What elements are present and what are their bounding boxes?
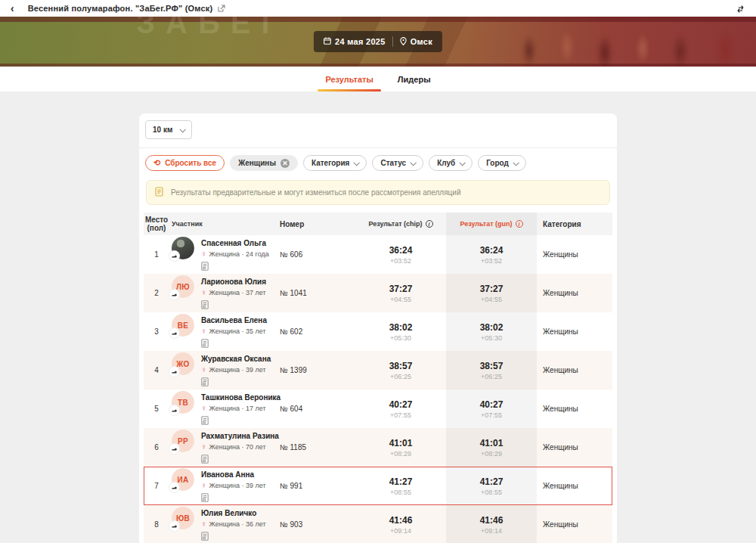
distance-select[interactable]: 10 км: [145, 120, 192, 139]
sneaker-badge-icon: [169, 521, 179, 531]
back-button[interactable]: ‹: [11, 3, 14, 14]
table-row[interactable]: 3 ВЕ Васильева Елена ♀ Женщина · 35 лет …: [144, 312, 612, 351]
participant-name[interactable]: Ташкинова Вероника: [201, 393, 280, 402]
participant-cell: ИА Иванова Анна ♀ Женщина · 39 лет: [169, 467, 280, 505]
results-card-icon[interactable]: [201, 453, 279, 467]
place-cell: 5: [144, 405, 169, 413]
participant-name[interactable]: Спасенная Ольга: [201, 239, 269, 247]
results-card-icon[interactable]: [201, 299, 266, 312]
tab-bar: Результаты Лидеры: [0, 67, 756, 92]
place-cell: 3: [144, 327, 169, 336]
filter-city[interactable]: Город: [478, 155, 526, 171]
avatar[interactable]: [172, 237, 194, 259]
participant-cell: Спасенная Ольга ♀ Женщина · 24 года: [169, 235, 280, 274]
avatar-initials: ТВ: [178, 399, 188, 407]
table-row[interactable]: 7 ИА Иванова Анна ♀ Женщина · 39 лет № 9…: [144, 467, 612, 505]
table-row[interactable]: 4 ЖО Журавская Оксана ♀ Женщина · 39 лет…: [144, 351, 612, 389]
runners-photo: [507, 17, 756, 67]
avatar-initials: ЮВ: [176, 514, 190, 523]
participant-cell: ЛЮ Ларионова Юлия ♀ Женщина · 37 лет: [169, 274, 280, 312]
header-chip-result: Результат (chip)i: [355, 220, 446, 228]
sneaker-badge-icon: [169, 251, 179, 261]
participant-cell: ВЕ Васильева Елена ♀ Женщина · 35 лет: [169, 312, 280, 351]
participant-name[interactable]: Иванова Анна: [201, 470, 266, 479]
female-icon: ♀: [201, 481, 207, 489]
distance-row: 10 км: [139, 113, 617, 147]
table-row[interactable]: 6 РР Рахматулина Разина ♀ Женщина · 70 л…: [144, 428, 612, 467]
participant-meta: ♀ Женщина · 17 лет: [201, 404, 280, 412]
banner-watermark: ЗАБЕГ: [136, 17, 289, 40]
header-bib: Номер: [280, 220, 355, 228]
filter-status[interactable]: Статус: [372, 155, 423, 171]
results-card-icon[interactable]: [201, 376, 271, 389]
table-row[interactable]: 8 ЮВ Юлия Величко ♀ Женщина · 36 лет № 9…: [144, 505, 612, 543]
info-icon[interactable]: i: [426, 220, 433, 228]
avatar[interactable]: РР: [172, 430, 194, 452]
info-icon[interactable]: i: [516, 220, 523, 228]
reset-icon: ⟲: [153, 159, 160, 167]
results-card-icon[interactable]: [201, 530, 266, 543]
table-row[interactable]: 5 ТВ Ташкинова Вероника ♀ Женщина · 17 л…: [144, 389, 612, 428]
chevron-down-icon: [180, 126, 186, 132]
header-participant: Участник: [169, 220, 280, 228]
chevron-down-icon: [460, 160, 466, 166]
category-cell: Женщины: [537, 327, 612, 336]
table-row[interactable]: 2 ЛЮ Ларионова Юлия ♀ Женщина · 37 лет №…: [144, 274, 612, 312]
top-bar: ‹ Весенний полумарафон. "ЗаБег.РФ" (Омск…: [0, 0, 756, 17]
chip-result-cell: 41:46 +09:14: [355, 515, 446, 535]
participant-name[interactable]: Рахматулина Разина: [201, 432, 279, 440]
avatar[interactable]: ЮВ: [172, 507, 194, 529]
external-link-icon[interactable]: [218, 5, 225, 12]
category-cell: Женщины: [537, 443, 612, 451]
notice-document-icon: [155, 187, 163, 198]
results-card-icon[interactable]: [201, 337, 267, 351]
table-row[interactable]: 1 Спасенная Ольга ♀ Женщина · 24 года № …: [144, 235, 612, 274]
avatar-initials: ВЕ: [178, 321, 189, 330]
avatar[interactable]: ЖО: [172, 352, 194, 375]
header-place: Место (пол): [144, 216, 169, 232]
place-cell: 2: [144, 289, 169, 297]
sneaker-badge-icon: [169, 328, 179, 338]
tab-leaders[interactable]: Лидеры: [396, 67, 432, 92]
tab-results[interactable]: Результаты: [324, 67, 374, 92]
participant-name[interactable]: Ларионова Юлия: [201, 278, 266, 286]
reset-filters-button[interactable]: ⟲ Сбросить все: [145, 155, 225, 171]
event-meta-badge: 24 мая 2025 Омск: [314, 31, 442, 52]
avatar[interactable]: ТВ: [172, 391, 194, 414]
female-icon: ♀: [201, 250, 207, 258]
bib-cell: № 606: [280, 250, 355, 259]
bib-cell: № 1041: [280, 289, 355, 297]
gun-result-cell: 41:01 +08:29: [446, 428, 537, 467]
category-cell: Женщины: [537, 482, 612, 490]
sneaker-badge-icon: [169, 444, 179, 454]
filters-row: ⟲ Сбросить все Женщины ✕ Категория Стату…: [139, 147, 617, 178]
avatar[interactable]: ВЕ: [172, 314, 194, 337]
resize-arrows-icon[interactable]: [736, 3, 745, 17]
results-card-icon[interactable]: [201, 260, 269, 274]
chevron-down-icon: [354, 160, 360, 166]
badge-divider: [392, 36, 393, 47]
participant-name[interactable]: Журавская Оксана: [201, 355, 271, 363]
gun-result-cell: 41:46 +09:14: [446, 505, 537, 543]
participant-meta: ♀ Женщина · 39 лет: [201, 481, 266, 489]
participant-name[interactable]: Юлия Величко: [201, 509, 266, 517]
filter-category[interactable]: Категория: [303, 155, 367, 171]
female-icon: ♀: [201, 288, 207, 296]
remove-filter-icon[interactable]: ✕: [280, 159, 290, 168]
avatar[interactable]: ИА: [172, 468, 194, 491]
female-icon: ♀: [201, 520, 207, 528]
chip-result-cell: 38:02 +05:30: [355, 322, 446, 342]
avatar-initials: ИА: [177, 476, 188, 484]
results-card-icon[interactable]: [201, 492, 266, 505]
filter-chip-gender[interactable]: Женщины ✕: [230, 155, 298, 171]
place-cell: 6: [144, 443, 169, 451]
participant-name[interactable]: Васильева Елена: [201, 316, 267, 324]
participant-meta: ♀ Женщина · 35 лет: [201, 327, 267, 335]
participant-meta: ♀ Женщина · 24 года: [201, 250, 269, 258]
event-banner: ЗАБЕГ 24 мая 2025 Омск: [0, 17, 756, 67]
header-category: Категория: [537, 220, 612, 228]
header-gun-result: Результат (gun)i: [446, 213, 537, 235]
avatar[interactable]: ЛЮ: [172, 275, 194, 298]
filter-club[interactable]: Клуб: [429, 155, 472, 171]
results-card-icon[interactable]: [201, 414, 280, 428]
